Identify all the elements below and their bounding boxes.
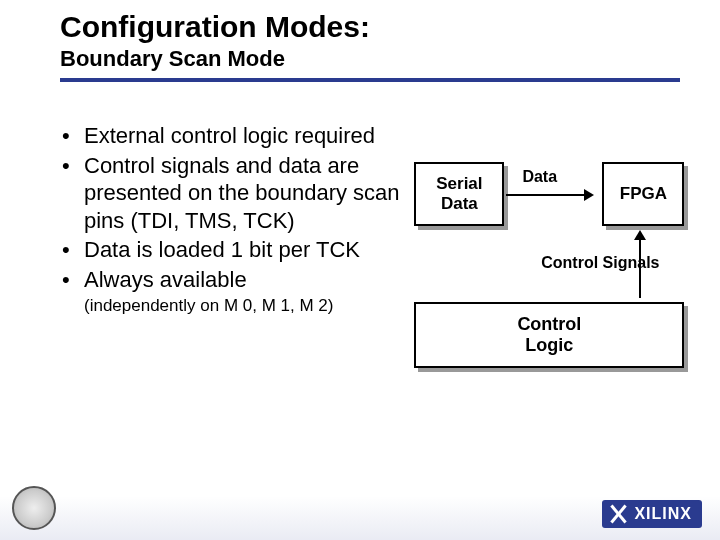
box-fpga: FPGA xyxy=(602,162,684,226)
x-icon xyxy=(608,504,628,524)
bullet-item: Data is loaded 1 bit per TCK xyxy=(60,236,414,264)
bullet-item: Always available xyxy=(60,266,414,294)
slide-title: Configuration Modes: xyxy=(0,10,720,44)
diagram: Serial Data FPGA Control Logic Data Cont… xyxy=(414,162,690,316)
box-fpga-label: FPGA xyxy=(620,184,667,204)
label-control-signals: Control Signals xyxy=(530,254,670,272)
bullet-list: External control logic required Control … xyxy=(60,122,414,316)
brand-text: XILINX xyxy=(634,505,692,523)
bullet-item: Control signals and data are presented o… xyxy=(60,152,414,235)
box-control-logic: Control Logic xyxy=(414,302,684,368)
seal-icon xyxy=(12,486,56,530)
box-control-logic-label: Control Logic xyxy=(517,314,581,356)
label-data: Data xyxy=(522,168,557,186)
xilinx-logo: XILINX xyxy=(602,500,702,528)
arrow-data xyxy=(506,194,592,196)
slide-subtitle: Boundary Scan Mode xyxy=(0,44,720,78)
bullet-note: (independently on M 0, M 1, M 2) xyxy=(60,295,414,316)
box-serial-label: Serial Data xyxy=(436,174,482,214)
slide: Configuration Modes: Boundary Scan Mode … xyxy=(0,0,720,540)
bullet-item: External control logic required xyxy=(60,122,414,150)
content-row: External control logic required Control … xyxy=(0,82,720,316)
box-serial-data: Serial Data xyxy=(414,162,504,226)
